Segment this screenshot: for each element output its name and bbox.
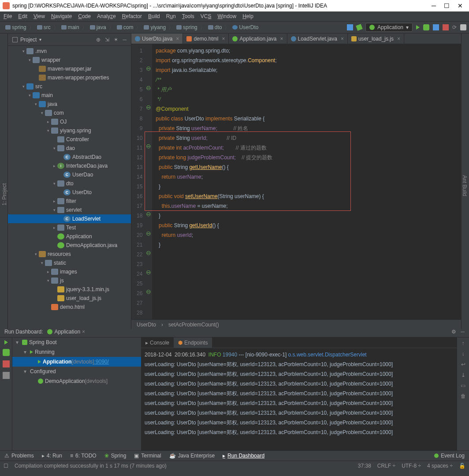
tab-demo.html[interactable]: demo.html× <box>183 34 229 44</box>
code-editor[interactable]: 1234567891011121314151617181920212223242… <box>131 44 461 319</box>
dash-node-spring boot[interactable]: ▾Spring Boot <box>12 337 141 347</box>
tree-node-com[interactable]: ▾com <box>8 109 131 117</box>
search-everywhere-icon[interactable] <box>460 24 466 30</box>
menu-view[interactable]: View <box>34 13 45 19</box>
close-tab-icon[interactable]: × <box>341 36 344 42</box>
minimize-button[interactable]: ─ <box>432 2 436 9</box>
tree-node-dao[interactable]: ▾dao <box>8 144 131 153</box>
breadcrumb-UserDto[interactable]: UserDto <box>230 24 261 30</box>
hide-icon[interactable]: ─ <box>123 37 127 43</box>
project-view-selector[interactable]: Project ▾ <box>12 37 41 43</box>
stripe-project[interactable]: 1: Project <box>1 60 7 329</box>
tree-node-user-load-js-js[interactable]: user_load_js.js <box>8 294 131 303</box>
file-encoding[interactable]: UTF-8 ÷ <box>402 463 421 469</box>
tree-node-src[interactable]: ▾src <box>8 82 131 91</box>
close-tab-icon[interactable]: × <box>222 36 225 42</box>
endpoints-tab[interactable]: ⬢ Endpoints <box>174 337 212 348</box>
menu-edit[interactable]: Edit <box>18 13 27 19</box>
run-tool[interactable]: ▸ 4: Run <box>42 453 62 459</box>
vcs-icon[interactable]: ⟳ <box>452 24 457 30</box>
breadcrumb-yiyang[interactable]: yiyang <box>141 24 168 30</box>
menu-build[interactable]: Build <box>148 13 160 19</box>
code-lines[interactable]: package com.yiyang.spring.dto;import org… <box>152 44 276 319</box>
tree-node-maven-wrapper-properties[interactable]: maven-wrapper.properties <box>8 73 131 82</box>
close-tab-icon[interactable]: × <box>82 329 85 335</box>
breadcrumb-main[interactable]: main <box>59 24 82 30</box>
menu-navigate[interactable]: Navigate <box>51 13 72 19</box>
tree-node-java[interactable]: ▾java <box>8 100 131 109</box>
tree-node-yiyang-spring[interactable]: ▾yiyang.spring <box>8 126 131 135</box>
breadcrumb-class[interactable]: UserDto <box>137 322 156 328</box>
tree-node-js[interactable]: ▾js <box>8 276 131 285</box>
nav-icon[interactable] <box>347 24 353 30</box>
console-log[interactable]: 2018-12-04 20:06:16.340 INFO 19940 --- [… <box>141 348 457 450</box>
menu-run[interactable]: Run <box>166 13 176 19</box>
down-icon[interactable]: ↓ <box>462 351 465 357</box>
locate-icon[interactable]: ⊕ <box>96 37 100 43</box>
debug-button[interactable] <box>423 24 429 30</box>
java-ee-tool[interactable]: ☕ Java Enterprise <box>169 453 215 459</box>
clear-icon[interactable]: 🗑 <box>461 393 466 399</box>
run-button[interactable] <box>416 25 420 30</box>
menu-help[interactable]: Help <box>242 13 253 19</box>
indent[interactable]: 4 spaces ÷ <box>427 463 453 469</box>
editor-breadcrumb[interactable]: UserDto › setAcProblemCount() <box>131 319 461 329</box>
breadcrumb-java[interactable]: java <box>87 24 109 30</box>
menu-code[interactable]: Code <box>78 13 91 19</box>
tree-node-demoapplication-java[interactable]: DemoApplication.java <box>8 241 131 250</box>
scroll-icon[interactable]: ⤓ <box>461 372 465 378</box>
print-icon[interactable]: ▭ <box>461 382 465 389</box>
breadcrumb-src[interactable]: src <box>34 24 53 30</box>
menu-window[interactable]: Window <box>217 13 236 19</box>
tree-node-static[interactable]: ▾static <box>8 259 131 267</box>
tree-node-maven-wrapper-jar[interactable]: maven-wrapper.jar <box>8 64 131 73</box>
status-icon[interactable]: ☐ <box>4 463 8 469</box>
run-dashboard-tree[interactable]: ▾Spring Boot▾RunningApplication [devtool… <box>12 337 141 450</box>
close-tab-icon[interactable]: × <box>176 36 179 42</box>
stop-button[interactable] <box>443 24 449 30</box>
console-tab[interactable]: ▸ Console <box>141 337 174 348</box>
dash-node-configured[interactable]: ▾Configured <box>12 367 141 376</box>
project-tree[interactable]: ▾.mvn▾wrappermaven-wrapper.jarmaven-wrap… <box>8 46 131 329</box>
menu-refactor[interactable]: Refactor <box>122 13 142 19</box>
tab-Application.java[interactable]: Application.java× <box>229 34 287 44</box>
spring-tool[interactable]: ❀ Spring <box>104 453 127 459</box>
filter-icon[interactable] <box>3 372 10 379</box>
menu-analyze[interactable]: Analyze <box>97 13 116 19</box>
tree-node-userdao[interactable]: CUserDao <box>8 170 131 179</box>
tree-node-filter[interactable]: ▸filter <box>8 197 131 206</box>
dash-node-application[interactable]: Application [devtools] :9090/ <box>12 357 141 367</box>
tree-node-main[interactable]: ▾main <box>8 91 131 100</box>
tree-node-test[interactable]: ▸Test <box>8 223 131 232</box>
close-button[interactable]: ✕ <box>458 2 463 9</box>
close-tab-icon[interactable]: × <box>397 36 400 42</box>
up-icon[interactable]: ↑ <box>462 340 465 346</box>
tree-node-wrapper[interactable]: ▾wrapper <box>8 56 131 64</box>
tab-LoadServlet.java[interactable]: LoadServlet.java× <box>287 34 348 44</box>
todo-tool[interactable]: ≡ 6: TODO <box>70 453 97 459</box>
settings-icon[interactable]: ⚙ <box>451 329 456 335</box>
wrap-icon[interactable]: ↩ <box>461 361 465 367</box>
tree-node-servlet[interactable]: ▾servlet <box>8 206 131 214</box>
dash-node-demoapplication[interactable]: DemoApplication [devtools] <box>12 376 141 386</box>
caret-position[interactable]: 37:38 <box>358 463 371 469</box>
collapse-icon[interactable]: ✶ <box>114 37 118 43</box>
tree-node-userdto[interactable]: CUserDto <box>8 188 131 197</box>
tree-node-demo-html[interactable]: demo.html <box>8 303 131 311</box>
hide-icon[interactable]: ─ <box>461 329 465 335</box>
event-log-tool[interactable]: Event Log <box>434 453 465 459</box>
tree-node-images[interactable]: ▸images <box>8 267 131 276</box>
dash-node-running[interactable]: ▾Running <box>12 347 141 357</box>
expand-icon[interactable]: ⇲ <box>105 37 109 43</box>
stop-button[interactable] <box>3 360 10 367</box>
breadcrumb-com[interactable]: com <box>114 24 136 30</box>
maximize-button[interactable]: ☐ <box>444 2 450 9</box>
tree-node-jquery-3-3-1-min-js[interactable]: jquery-3.3.1.min.js <box>8 285 131 294</box>
line-separator[interactable]: CRLF ÷ <box>377 463 395 469</box>
coverage-button[interactable] <box>433 24 439 30</box>
breadcrumb-spring[interactable]: spring <box>3 24 29 30</box>
tree-node-controller[interactable]: Controller <box>8 135 131 144</box>
menu-tools[interactable]: Tools <box>182 13 194 19</box>
breadcrumb-method[interactable]: setAcProblemCount() <box>168 322 219 328</box>
breadcrumb-dto[interactable]: dto <box>205 24 225 30</box>
